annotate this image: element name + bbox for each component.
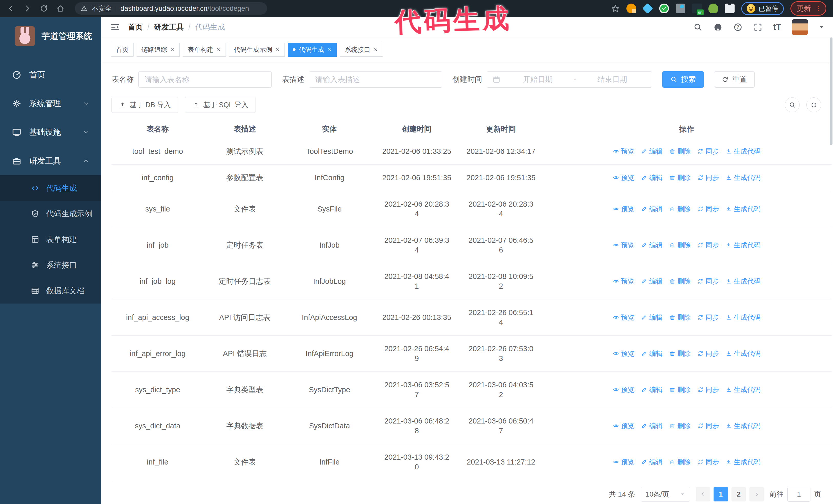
action-generate[interactable]: 生成代码 xyxy=(725,204,760,214)
profile-paused-badge[interactable]: 已暂停 xyxy=(741,2,784,15)
action-edit[interactable]: 编辑 xyxy=(641,240,663,250)
browser-home-icon[interactable] xyxy=(56,4,65,13)
font-size-icon[interactable]: tT xyxy=(773,22,781,32)
tab-代码生成示例[interactable]: 代码生成示例 xyxy=(229,43,285,57)
action-delete[interactable]: 删除 xyxy=(669,146,691,156)
action-sync[interactable]: 同步 xyxy=(697,204,719,214)
sidebar-item-infra[interactable]: 基础设施 xyxy=(0,118,101,147)
page-button-2[interactable]: 2 xyxy=(732,487,746,501)
action-generate[interactable]: 生成代码 xyxy=(725,457,760,467)
action-delete[interactable]: 删除 xyxy=(669,457,691,467)
action-preview[interactable]: 预览 xyxy=(613,349,634,358)
action-delete[interactable]: 删除 xyxy=(669,173,691,183)
action-sync[interactable]: 同步 xyxy=(697,277,719,286)
action-sync[interactable]: 同步 xyxy=(697,385,719,394)
action-sync[interactable]: 同步 xyxy=(697,349,719,358)
import-db-button[interactable]: 基于 DB 导入 xyxy=(112,97,178,113)
extension-icon-1[interactable] xyxy=(626,4,636,13)
help-icon[interactable]: ? xyxy=(733,23,742,32)
action-sync[interactable]: 同步 xyxy=(697,146,719,156)
action-delete[interactable]: 删除 xyxy=(669,312,691,322)
toggle-search-button[interactable] xyxy=(785,97,800,112)
puzzle-extension-icon[interactable] xyxy=(725,4,735,13)
user-avatar[interactable] xyxy=(792,19,808,35)
table-name-input[interactable] xyxy=(138,71,272,88)
prev-page-button[interactable] xyxy=(696,487,710,501)
page-size-select[interactable]: 10条/页 xyxy=(641,487,690,502)
action-generate[interactable]: 生成代码 xyxy=(725,173,760,183)
fullscreen-icon[interactable] xyxy=(753,23,763,32)
action-delete[interactable]: 删除 xyxy=(669,349,691,358)
sidebar-item-form-builder[interactable]: 表单构建 xyxy=(0,226,101,252)
goto-page-input[interactable] xyxy=(787,487,810,502)
table-desc-input[interactable] xyxy=(309,71,442,88)
action-generate[interactable]: 生成代码 xyxy=(725,421,760,431)
action-preview[interactable]: 预览 xyxy=(613,204,634,214)
sidebar-item-home[interactable]: 首页 xyxy=(0,61,101,89)
action-preview[interactable]: 预览 xyxy=(613,240,634,250)
action-preview[interactable]: 预览 xyxy=(613,421,634,431)
sidebar-item-codegen[interactable]: 代码生成 xyxy=(0,175,101,201)
extension-icon-5[interactable]: on xyxy=(692,4,702,13)
search-button[interactable]: 搜索 xyxy=(662,71,704,88)
browser-menu-icon[interactable] xyxy=(815,5,822,12)
sidebar-toggle-icon[interactable] xyxy=(110,22,120,32)
action-preview[interactable]: 预览 xyxy=(613,312,634,322)
action-delete[interactable]: 删除 xyxy=(669,277,691,286)
action-edit[interactable]: 编辑 xyxy=(641,312,663,322)
action-preview[interactable]: 预览 xyxy=(613,457,634,467)
action-sync[interactable]: 同步 xyxy=(697,457,719,467)
action-generate[interactable]: 生成代码 xyxy=(725,277,760,286)
action-delete[interactable]: 删除 xyxy=(669,385,691,394)
action-edit[interactable]: 编辑 xyxy=(641,457,663,467)
sidebar-item-system[interactable]: 系统管理 xyxy=(0,89,101,118)
tab-代码生成[interactable]: 代码生成 xyxy=(288,43,337,57)
action-edit[interactable]: 编辑 xyxy=(641,277,663,286)
sidebar-item-devtools[interactable]: 研发工具 xyxy=(0,147,101,175)
browser-update-button[interactable]: 更新 xyxy=(790,1,826,16)
extension-icon-2[interactable] xyxy=(642,3,653,14)
action-sync[interactable]: 同步 xyxy=(697,312,719,322)
page-button-1[interactable]: 1 xyxy=(714,487,728,501)
action-delete[interactable]: 删除 xyxy=(669,204,691,214)
action-sync[interactable]: 同步 xyxy=(697,240,719,250)
action-generate[interactable]: 生成代码 xyxy=(725,312,760,322)
extension-icon-6[interactable] xyxy=(709,4,718,13)
action-delete[interactable]: 删除 xyxy=(669,421,691,431)
action-edit[interactable]: 编辑 xyxy=(641,349,663,358)
github-icon[interactable] xyxy=(713,23,722,32)
sidebar-item-codegen-example[interactable]: 代码生成示例 xyxy=(0,201,101,226)
action-edit[interactable]: 编辑 xyxy=(641,146,663,156)
date-range-picker[interactable]: 开始日期 - 结束日期 xyxy=(487,71,652,88)
browser-forward-icon[interactable] xyxy=(23,4,32,13)
action-sync[interactable]: 同步 xyxy=(697,421,719,431)
import-sql-button[interactable]: 基于 SQL 导入 xyxy=(185,97,256,113)
action-preview[interactable]: 预览 xyxy=(613,146,634,156)
action-edit[interactable]: 编辑 xyxy=(641,385,663,394)
tab-系统接口[interactable]: 系统接口 xyxy=(340,43,383,57)
action-preview[interactable]: 预览 xyxy=(613,385,634,394)
bookmark-star-icon[interactable] xyxy=(611,4,620,13)
action-preview[interactable]: 预览 xyxy=(613,277,634,286)
end-date-placeholder[interactable]: 结束日期 xyxy=(578,74,646,85)
tab-链路追踪[interactable]: 链路追踪 xyxy=(137,43,180,57)
tab-表单构建[interactable]: 表单构建 xyxy=(183,43,226,57)
action-delete[interactable]: 删除 xyxy=(669,240,691,250)
scrollbar-thumb[interactable] xyxy=(830,38,832,145)
tab-首页[interactable]: 首页 xyxy=(111,43,134,57)
action-edit[interactable]: 编辑 xyxy=(641,421,663,431)
sidebar-item-db-doc[interactable]: 数据库文档 xyxy=(0,278,101,304)
extension-icon-4[interactable] xyxy=(675,4,685,13)
action-edit[interactable]: 编辑 xyxy=(641,173,663,183)
action-generate[interactable]: 生成代码 xyxy=(725,385,760,394)
next-page-button[interactable] xyxy=(749,487,764,501)
extension-check-icon[interactable] xyxy=(659,4,669,13)
avatar-caret-down-icon[interactable] xyxy=(819,24,824,30)
browser-reload-icon[interactable] xyxy=(40,4,48,13)
action-generate[interactable]: 生成代码 xyxy=(725,146,760,156)
refresh-table-button[interactable] xyxy=(806,97,821,112)
browser-back-icon[interactable] xyxy=(7,4,15,13)
action-preview[interactable]: 预览 xyxy=(613,173,634,183)
breadcrumb-home[interactable]: 首页 xyxy=(128,22,143,32)
sidebar-item-system-api[interactable]: 系统接口 xyxy=(0,252,101,278)
